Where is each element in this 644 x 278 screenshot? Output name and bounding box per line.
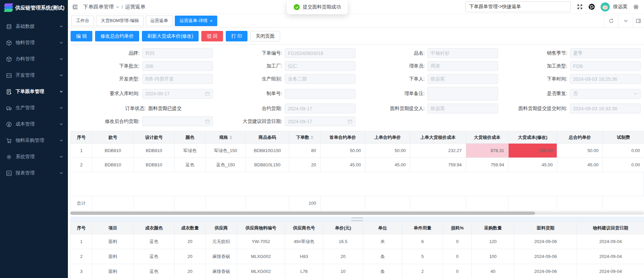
column-header: 序号 bbox=[71, 131, 92, 144]
production-truck-icon bbox=[6, 105, 12, 111]
order-status-text: 面料货期已提交 bbox=[148, 106, 213, 112]
panel-resize-handle[interactable] bbox=[70, 217, 644, 222]
table-cell: 米 bbox=[363, 234, 402, 249]
refresh-bulk-cost-button[interactable]: 刷新大货成本价(修改) bbox=[142, 31, 199, 41]
order-doc-icon bbox=[6, 89, 12, 95]
modify-total-contract-price-button[interactable]: 修改总合约单价 bbox=[95, 31, 139, 41]
merchandiser-input[interactable]: 周涛 bbox=[427, 61, 498, 71]
cost-yen-icon bbox=[6, 121, 12, 127]
tab-bulk-bom-edit[interactable]: 大货BOM管理-编辑 bbox=[96, 16, 144, 26]
production-team-input[interactable]: 业务二部 bbox=[285, 74, 355, 84]
sidebar-item-production[interactable]: 生产管理 bbox=[0, 100, 68, 116]
close-page-button[interactable]: 关闭页面 bbox=[250, 31, 280, 41]
summary-order-qty: 100 bbox=[289, 196, 320, 210]
collapse-sidebar-icon[interactable] bbox=[72, 4, 78, 10]
sidebar-item-cost[interactable]: 成本管理 bbox=[0, 116, 68, 132]
close-tab-icon[interactable]: × bbox=[210, 19, 213, 23]
chevron-down-icon[interactable] bbox=[116, 4, 119, 10]
doc-no-input[interactable] bbox=[285, 89, 355, 99]
table-cell: 条 bbox=[363, 249, 402, 264]
fabric-submitter-input[interactable]: 徐远英 bbox=[427, 104, 498, 113]
refresh-icon[interactable] bbox=[604, 14, 618, 27]
column-header: 损耗% bbox=[443, 222, 472, 234]
column-header-sortable[interactable]: 下单数 bbox=[289, 131, 320, 144]
order-remark-input[interactable] bbox=[427, 87, 498, 100]
table-cell: 232.27 bbox=[410, 144, 466, 158]
column-header: 单位 bbox=[363, 222, 402, 234]
required-inbound-date-picker[interactable]: 2024-09-17 bbox=[142, 89, 213, 99]
form-field: 合约货期:2024-09-17 bbox=[213, 104, 355, 113]
table-cell: 蓝色_150 bbox=[206, 158, 246, 172]
sidebar-item-label: 开发管理 bbox=[16, 72, 59, 78]
breadcrumb-section[interactable]: 下单跟单管理 bbox=[83, 4, 114, 10]
chevron-down-icon bbox=[59, 122, 63, 127]
sidebar-item-reports[interactable]: 报表管理 bbox=[0, 165, 68, 181]
column-header: 总合约单价 bbox=[557, 131, 603, 144]
sidebar-item-material[interactable]: 物料管理 bbox=[0, 35, 68, 51]
table-cell: 2024-09-04 bbox=[577, 264, 644, 278]
sidebar-item-development[interactable]: 开发管理 bbox=[0, 67, 68, 84]
print-button[interactable]: 打 印 bbox=[226, 31, 247, 41]
order-no-input[interactable]: FD20240903016 bbox=[285, 48, 355, 58]
sidebar-item-base-data[interactable]: 基础数据 bbox=[0, 18, 68, 35]
dev-type-input[interactable]: B类-内部开发 bbox=[142, 74, 213, 84]
order-time-input[interactable]: 2024-09-03 16:25:36 bbox=[570, 74, 641, 84]
repeat-select[interactable]: 否 bbox=[570, 89, 641, 99]
season-input[interactable]: 夏季 bbox=[570, 48, 641, 58]
gear-icon[interactable] bbox=[633, 4, 639, 10]
tab-operation-return-detail[interactable]: 运营返单-详情 × bbox=[175, 16, 217, 26]
sidebar-item-sample-material[interactable]: 办料管理 bbox=[0, 51, 68, 67]
table-row: 3面料蓝色20麻辣香锅MLXG002L7610条20402024-09-0620… bbox=[71, 264, 644, 278]
table-cell: 蓝色 bbox=[134, 249, 174, 264]
edit-button[interactable]: 编 辑 bbox=[71, 31, 92, 41]
app-title: 供应链管理系统(测试) bbox=[15, 5, 65, 11]
column-header: 供应商色号 bbox=[285, 222, 323, 234]
scrollbar-thumb[interactable] bbox=[70, 211, 535, 215]
table-cell: L76 bbox=[285, 264, 323, 278]
chevron-down-icon bbox=[633, 92, 638, 96]
fullscreen-icon[interactable] bbox=[577, 4, 583, 10]
browser-chrome-icon[interactable] bbox=[588, 3, 595, 10]
column-header: 供应商物料编号 bbox=[237, 222, 285, 234]
table-cell: 0.00 bbox=[603, 158, 644, 172]
chevron-down-icon bbox=[59, 56, 63, 62]
tab-workbench[interactable]: 工作台 bbox=[71, 16, 94, 26]
table-cell bbox=[206, 196, 246, 210]
factory-input[interactable]: 侣仁 bbox=[285, 61, 355, 71]
fabric-submit-time-input[interactable]: 2024-09-03 16:33:38 bbox=[570, 104, 641, 113]
column-header: 首单合约单价 bbox=[320, 131, 365, 144]
style-price-table: 序号 款号 设计款号 颜色 规格 商品条码 下单数 首单合约单价 上单合约单价 … bbox=[70, 131, 644, 215]
table-cell: 50.00 bbox=[320, 144, 365, 158]
table-cell: 0 bbox=[443, 264, 472, 278]
table-cell: 20 bbox=[174, 249, 206, 264]
table-cell: 45.00 bbox=[509, 158, 557, 172]
table-cell: 2024-09-06 bbox=[514, 249, 577, 264]
dev-window-icon bbox=[6, 72, 12, 78]
quick-nav-search-input[interactable] bbox=[465, 1, 571, 12]
contract-date-input[interactable]: 2024-09-17 bbox=[285, 104, 355, 113]
form-field: 面料货期提交提交时间:2024-09-03 16:33:38 bbox=[498, 104, 641, 113]
sidebar-item-order-tracking[interactable]: 下单跟单管理 bbox=[0, 84, 68, 100]
table-cell-highlight-pink: 878.31 bbox=[466, 144, 509, 158]
column-header: 供应商 bbox=[206, 222, 237, 234]
modified-contract-date-picker[interactable] bbox=[142, 116, 213, 126]
table-cell: 80 bbox=[289, 144, 320, 158]
chevron-down-icon[interactable] bbox=[618, 14, 633, 27]
table-cell: 5 bbox=[402, 249, 443, 264]
batch-input[interactable]: 206 bbox=[142, 61, 213, 71]
product-name-input[interactable]: 中袖衬衫 bbox=[427, 48, 498, 58]
avatar[interactable] bbox=[601, 2, 610, 12]
reject-button[interactable]: 驳 回 bbox=[201, 31, 223, 41]
layout-panel-icon[interactable] bbox=[633, 14, 644, 27]
tab-operation-return[interactable]: 运营返单 bbox=[146, 16, 173, 26]
orderer-input[interactable]: 徐远英 bbox=[427, 74, 498, 84]
column-header-sortable[interactable]: 规格 bbox=[206, 131, 246, 144]
process-type-input[interactable]: FOB bbox=[570, 61, 641, 71]
sidebar-item-system[interactable]: 系统管理 bbox=[0, 149, 68, 165]
brand-input[interactable]: 对白 bbox=[142, 48, 213, 58]
bulk-return-date-picker[interactable]: 2024-09-17 bbox=[285, 116, 355, 126]
sidebar-item-purchasing[interactable]: 物料采购管理 bbox=[0, 132, 68, 149]
sidebar-nav: 基础数据 物料管理 办料管理 开发管理 下单跟单管理 bbox=[0, 16, 68, 181]
form-field: 要求入库时间:2024-09-17 bbox=[70, 87, 213, 100]
sidebar-item-label: 办料管理 bbox=[16, 56, 59, 62]
